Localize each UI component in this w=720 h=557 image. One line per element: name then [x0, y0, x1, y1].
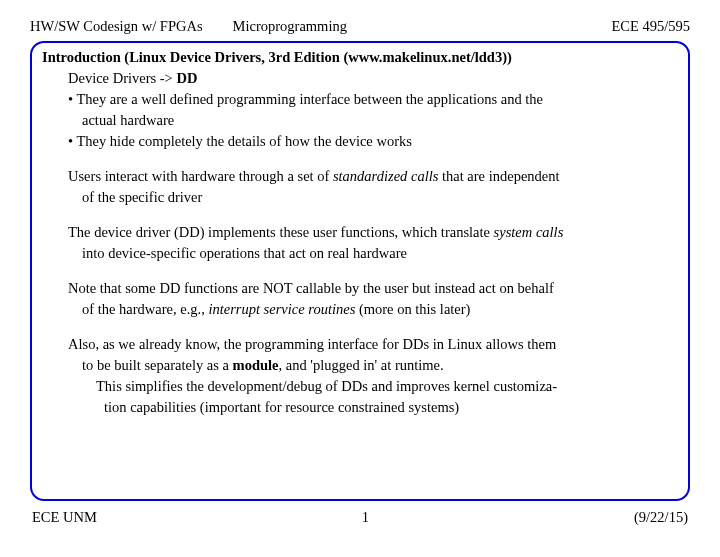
- para-2-line-a: The device driver (DD) implements these …: [68, 222, 678, 243]
- para-1-line-a: Users interact with hardware through a s…: [68, 166, 678, 187]
- para-3-line-b: of the hardware, e.g., interrupt service…: [82, 299, 678, 320]
- para-2-pre: The device driver (DD) implements these …: [68, 224, 494, 240]
- para-4-post: , and 'plugged in' at runtime.: [279, 357, 444, 373]
- footer-page: 1: [362, 509, 369, 526]
- header-course: HW/SW Codesign w/ FPGAs: [30, 18, 203, 35]
- header-topic: Microprogramming: [233, 18, 347, 35]
- para-3-pre: of the hardware, e.g.,: [82, 301, 208, 317]
- slide-title: Introduction (Linux Device Drivers, 3rd …: [42, 49, 678, 66]
- slide-footer: ECE UNM 1 (9/22/15): [30, 509, 690, 526]
- para-2-ital: system calls: [494, 224, 564, 240]
- header-code: ECE 495/595: [611, 18, 690, 35]
- dd-abbrev-bold: DD: [176, 70, 197, 86]
- para-1-line-b: of the specific driver: [82, 187, 678, 208]
- para-1-pre: Users interact with hardware through a s…: [68, 168, 333, 184]
- footer-date: (9/22/15): [634, 509, 688, 526]
- para-4-pre: to be built separately as a: [82, 357, 233, 373]
- para-4-line-a: Also, as we already know, the programmin…: [68, 334, 678, 355]
- para-4-line-b: to be built separately as a module, and …: [82, 355, 678, 376]
- dd-abbrev-line: Device Drivers -> DD: [68, 68, 678, 89]
- content-box: Introduction (Linux Device Drivers, 3rd …: [30, 41, 690, 501]
- bullet-2: • They hide completely the details of ho…: [68, 131, 678, 152]
- para-1-post: that are independent: [438, 168, 559, 184]
- para-3-post: (more on this later): [355, 301, 470, 317]
- para-4-line-d: tion capabilities (important for resourc…: [104, 397, 678, 418]
- bullet-1-line-a: • They are a well defined programming in…: [68, 89, 678, 110]
- para-4-line-c: This simplifies the development/debug of…: [96, 376, 678, 397]
- footer-left: ECE UNM: [32, 509, 97, 526]
- para-3-ital: interrupt service routines: [208, 301, 355, 317]
- slide-header: HW/SW Codesign w/ FPGAs Microprogramming…: [30, 18, 690, 35]
- para-1-ital: standardized calls: [333, 168, 438, 184]
- bullet-1-line-b: actual hardware: [82, 110, 678, 131]
- para-3-line-a: Note that some DD functions are NOT call…: [68, 278, 678, 299]
- para-2-line-b: into device-specific operations that act…: [82, 243, 678, 264]
- dd-abbrev-pre: Device Drivers ->: [68, 70, 176, 86]
- para-4-bold: module: [233, 357, 279, 373]
- slide-page: HW/SW Codesign w/ FPGAs Microprogramming…: [0, 0, 720, 526]
